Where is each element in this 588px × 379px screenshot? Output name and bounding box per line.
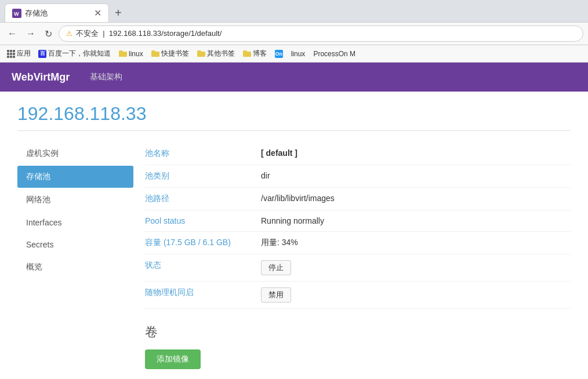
- bookmarks-bar: 应用 百 百度一下，你就知道 linux 快捷书签 其他书签 博客 On lin…: [0, 45, 588, 63]
- nav-infrastructure[interactable]: 基础架构: [87, 69, 125, 85]
- address-text: 不安全 | 192.168.118.33/storage/1/default/: [76, 28, 576, 39]
- sidebar-item-secrets[interactable]: Secrets: [17, 234, 133, 255]
- address-bar[interactable]: ⚠ 不安全 | 192.168.118.33/storage/1/default…: [59, 25, 583, 42]
- label-state: 状态: [145, 260, 249, 271]
- back-button[interactable]: ←: [5, 27, 20, 40]
- value-autostart: 禁用: [261, 287, 571, 303]
- detail-panel: 池名称 [ default ] 池类别 dir 池路径 /var/lib/lib…: [133, 143, 571, 369]
- linux-label: linux: [129, 50, 143, 58]
- value-pool-path: /var/lib/libvirt/images: [261, 194, 571, 203]
- reload-button[interactable]: ↻: [42, 27, 55, 41]
- folder-icon: [243, 50, 251, 57]
- sidebar-storage-label: 存储池: [26, 172, 50, 181]
- content-layout: 虚机实例 存储池 网络池 Interfaces Secrets: [17, 143, 571, 369]
- bookmark-linux2[interactable]: linux: [288, 49, 308, 59]
- value-state: 停止: [261, 260, 571, 275]
- new-tab-button[interactable]: +: [112, 5, 124, 21]
- active-tab[interactable]: W 存储池 ✕: [5, 3, 109, 22]
- label-pool-path: 池路径: [145, 194, 249, 204]
- page-content: WebVirtMgr 基础架构 192.168.118.33 虚机实例 存储池 …: [0, 63, 588, 379]
- on-icon: On: [275, 50, 283, 58]
- apps-shortcut[interactable]: 应用: [5, 48, 33, 60]
- tab-bar: W 存储池 ✕ +: [0, 0, 588, 22]
- forward-button[interactable]: →: [23, 27, 38, 40]
- tab-favicon: W: [12, 9, 21, 18]
- label-capacity: 容量 (17.5 GB / 6.1 GB): [145, 238, 249, 248]
- value-pool-status: Running normally: [261, 216, 571, 225]
- label-autostart: 随物理机同启: [145, 287, 249, 298]
- bookmark-linux[interactable]: linux: [116, 49, 146, 59]
- apps-label: 应用: [17, 49, 31, 59]
- detail-row-pool-path: 池路径 /var/lib/libvirt/images: [145, 188, 571, 210]
- bookmark-processon[interactable]: ProcessOn M: [310, 49, 358, 59]
- top-nav: WebVirtMgr 基础架构: [0, 63, 588, 92]
- detail-row-autostart: 随物理机同启 禁用: [145, 282, 571, 309]
- blog-label: 博客: [253, 49, 267, 59]
- tab-close-button[interactable]: ✕: [94, 9, 101, 18]
- bookmark-blog[interactable]: 博客: [240, 48, 270, 60]
- label-pool-status: Pool status: [145, 216, 249, 225]
- brand-name: WebVirtMgr: [12, 71, 70, 83]
- detail-row-state: 状态 停止: [145, 254, 571, 282]
- detail-row-pool-name: 池名称 [ default ]: [145, 143, 571, 165]
- nav-bar: ← → ↻ ⚠ 不安全 | 192.168.118.33/storage/1/d…: [0, 22, 588, 45]
- sidebar-item-network[interactable]: 网络池: [17, 189, 133, 211]
- browser-window: W 存储池 ✕ + ← → ↻ ⚠ 不安全 | 192.168.118.33/s…: [0, 0, 588, 379]
- sidebar-network-label: 网络池: [26, 195, 50, 204]
- security-label: 不安全: [76, 29, 99, 38]
- quick-label: 快捷书签: [161, 49, 189, 59]
- section-title-volumes: 卷: [145, 323, 571, 341]
- add-image-button[interactable]: 添加镜像: [145, 349, 201, 369]
- server-title: 192.168.118.33: [17, 103, 571, 131]
- stop-button[interactable]: 停止: [261, 260, 291, 275]
- bookmark-on[interactable]: On: [272, 49, 286, 59]
- sidebar-vm-label: 虚机实例: [26, 148, 59, 158]
- sidebar-item-overview[interactable]: 概览: [17, 256, 133, 278]
- sidebar-item-interfaces[interactable]: Interfaces: [17, 212, 133, 233]
- bookmark-quick[interactable]: 快捷书签: [148, 48, 192, 60]
- value-pool-type: dir: [261, 171, 571, 180]
- folder-icon: [197, 50, 205, 57]
- detail-row-pool-type: 池类别 dir: [145, 165, 571, 188]
- detail-row-pool-status: Pool status Running normally: [145, 210, 571, 232]
- baidu-label: 百度一下，你就知道: [48, 49, 111, 59]
- security-icon: ⚠: [66, 30, 72, 38]
- sidebar: 虚机实例 存储池 网络池 Interfaces Secrets: [17, 143, 133, 369]
- linux2-label: linux: [291, 50, 306, 58]
- folder-icon: [119, 50, 127, 57]
- main-content: 192.168.118.33 虚机实例 存储池 网络池 Interfaces: [0, 92, 588, 379]
- bookmark-baidu[interactable]: 百 百度一下，你就知道: [35, 48, 114, 60]
- processon-label: ProcessOn M: [313, 50, 355, 58]
- value-capacity: 用量: 34%: [261, 238, 571, 248]
- value-pool-name: [ default ]: [261, 148, 571, 158]
- folder-icon: [151, 50, 159, 57]
- sidebar-secrets-label: Secrets: [26, 240, 53, 249]
- label-pool-name: 池名称: [145, 148, 249, 159]
- label-pool-type: 池类别: [145, 171, 249, 181]
- apps-grid-icon: [7, 50, 15, 58]
- bookmark-other[interactable]: 其他书签: [194, 48, 238, 60]
- baidu-icon: 百: [38, 50, 46, 58]
- url-text: 192.168.118.33/storage/1/default/: [109, 29, 222, 38]
- tab-title: 存储池: [25, 8, 90, 19]
- sidebar-interfaces-label: Interfaces: [26, 218, 61, 227]
- sidebar-overview-label: 概览: [26, 262, 42, 271]
- disable-button[interactable]: 禁用: [261, 287, 291, 303]
- svg-text:W: W: [14, 11, 19, 17]
- sidebar-item-vm[interactable]: 虚机实例: [17, 143, 133, 165]
- detail-row-capacity: 容量 (17.5 GB / 6.1 GB) 用量: 34%: [145, 232, 571, 254]
- sidebar-item-storage[interactable]: 存储池: [17, 166, 133, 188]
- other-label: 其他书签: [207, 49, 235, 59]
